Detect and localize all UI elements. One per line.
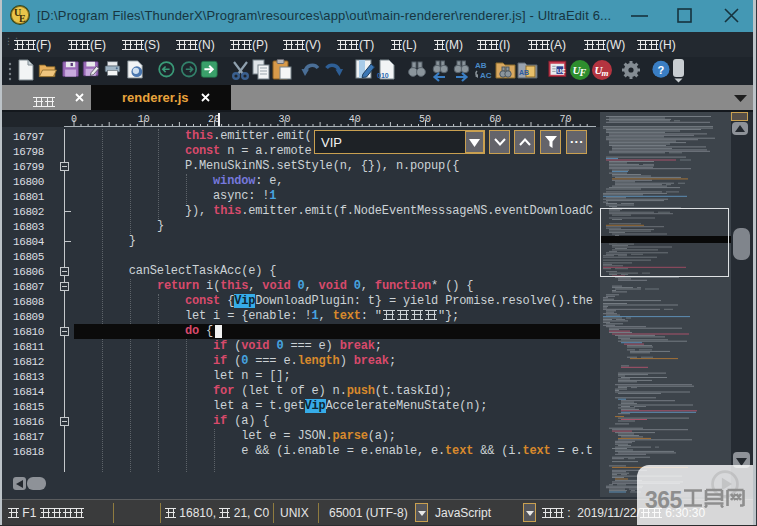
svg-text:60: 60 [489,114,501,125]
svg-text:70: 70 [560,114,572,125]
svg-text:m: m [602,68,609,78]
svg-text:010: 010 [377,72,389,79]
svg-text:30: 30 [278,114,290,125]
svg-text:UC: UC [557,68,566,74]
svg-text:F: F [579,67,587,78]
svg-text:40: 40 [349,114,361,125]
svg-text:50: 50 [419,114,431,125]
svg-text:?: ? [658,64,665,76]
svg-text:E: E [19,13,26,24]
svg-text:AC: AC [480,71,492,80]
svg-text:AB: AB [519,69,529,76]
svg-text:AB: AB [475,61,487,70]
svg-text:10: 10 [138,114,150,125]
svg-text:0: 0 [71,114,77,125]
